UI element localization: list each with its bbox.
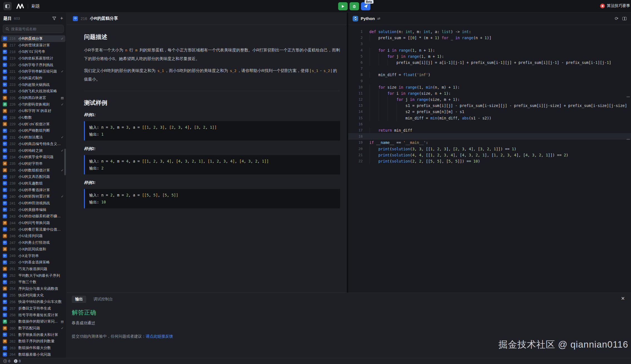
code-line[interactable]: 5 for j in range(1, m + 1):: [348, 53, 631, 59]
code-line[interactable]: 2 prefix_sum = [[0] * (m + 1) for _ in r…: [348, 35, 631, 41]
problem-list-item[interactable]: 中232小U的商品编号特殊含义统...: [0, 141, 66, 147]
problem-list-item[interactable]: 难235小U的好字符串: [0, 160, 66, 167]
problem-list-item[interactable]: 中224小S的飞机大战游戏策略: [0, 88, 66, 95]
line-number[interactable]: 5: [348, 53, 363, 59]
line-number[interactable]: 20: [348, 146, 363, 152]
feedback-link[interactable]: 请点此链接反馈: [146, 334, 173, 338]
code-editor[interactable]: 1def solution(n: int, m: int, a: list) -…: [348, 25, 631, 164]
add-problem-button[interactable]: +: [60, 16, 63, 21]
problem-list-item[interactable]: 中249小X走字符串: [0, 253, 66, 259]
line-number[interactable]: 13: [348, 103, 363, 109]
code-line[interactable]: 17 return min_diff: [348, 127, 631, 133]
line-number[interactable]: 8: [348, 72, 363, 78]
problem-list-item[interactable]: 中234小U的奖学金申请问题: [0, 154, 66, 160]
code-line[interactable]: 1def solution(n: int, m: int, a: list) -…: [348, 29, 631, 35]
problem-list-item[interactable]: 中221小S的字符串解压缩问题✓: [0, 68, 66, 75]
problem-list-item[interactable]: 中252平均数大于k的最长子序列: [0, 272, 66, 279]
line-number[interactable]: 12: [348, 96, 363, 103]
line-number[interactable]: 6: [348, 59, 363, 66]
code-line[interactable]: 18: [348, 133, 631, 139]
problem-list-item[interactable]: 中242小U的美丽串编辑: [0, 206, 66, 213]
problem-list-item[interactable]: 难236小U的数组权值计算✓: [0, 167, 66, 174]
problem-list-item[interactable]: 中264数组极差最小化问题: [0, 351, 66, 358]
problem-list-item[interactable]: 中243小U的自动贩卖机硬币赚取...: [0, 213, 66, 220]
line-number[interactable]: 1: [348, 29, 363, 35]
problem-list-item[interactable]: 难227小U和字符`R`的喜好: [0, 108, 66, 114]
close-icon[interactable]: ✕: [621, 296, 625, 301]
code-line[interactable]: 14 s2 = prefix_sum[n][m] - s1: [348, 109, 631, 115]
problem-list-item[interactable]: 难260数字匹配问题✓: [0, 325, 66, 331]
line-number[interactable]: 2: [348, 35, 363, 41]
problem-list-item[interactable]: 中263数组操作和最大分数: [0, 345, 66, 351]
sidebar-scrollbar-thumb[interactable]: [64, 149, 66, 175]
line-number[interactable]: 21: [348, 152, 363, 158]
code-line[interactable]: 16: [348, 121, 631, 127]
sidebar-toggle-button[interactable]: [3, 2, 12, 10]
problem-list-item[interactable]: 中241小U的种田游戏挑战: [0, 200, 66, 206]
search-input[interactable]: [11, 27, 58, 31]
problem-list-item[interactable]: 中261数字替换后的最大和计算: [0, 331, 66, 338]
code-line[interactable]: 19if __name__ == '__main__':: [348, 139, 631, 146]
tab-output[interactable]: 输出: [72, 296, 86, 303]
problem-list-item[interactable]: 中237小U的文具匹配问题: [0, 173, 66, 180]
problem-list-item[interactable]: 难244小U的问号替换问题: [0, 220, 66, 226]
problem-list-item[interactable]: 难229小U的`chi`权值计算: [0, 121, 66, 128]
contest-banner[interactable]: 算法技巧赛事 vo: [600, 3, 631, 8]
app-logo[interactable]: [16, 3, 24, 9]
code-line[interactable]: 10 for size in range(1, min(n, m) + 1):: [348, 84, 631, 90]
line-number[interactable]: 17: [348, 127, 363, 133]
code-line[interactable]: 4 for i in range(1, n + 1):: [348, 47, 631, 53]
problem-list-item[interactable]: 中239小U的早餐选择计算: [0, 187, 66, 193]
problem-list-item[interactable]: 中231小U的加法魔法✓: [0, 134, 66, 141]
problem-list-item[interactable]: 难251巧克力板选择问题: [0, 266, 66, 272]
problem-list-item[interactable]: 中256快递中转站的最少出车次数: [0, 299, 66, 305]
problem-list-item[interactable]: 中216小R的蛋糕分享✓: [1, 35, 65, 42]
problem-list-item[interactable]: 难254序列划分与最大化函数值: [0, 285, 66, 292]
code-line[interactable]: 11 for i in range(size, n + 1):: [348, 90, 631, 96]
tab-debug-console[interactable]: 调试控制台: [93, 297, 113, 302]
line-number[interactable]: 3: [348, 41, 363, 47]
problem-list-item[interactable]: 中228小U数数: [0, 114, 66, 121]
line-number[interactable]: 22: [348, 158, 363, 164]
problem-list-item[interactable]: 难217小R的雪球滚落计算: [0, 42, 66, 49]
problem-list-item[interactable]: 易226小T的密码变换规则✓: [0, 101, 66, 108]
debug-button[interactable]: [350, 2, 359, 10]
code-line[interactable]: 20 print(solution(3, 3, [[1, 2, 3], [2, …: [348, 146, 631, 152]
line-number[interactable]: 7: [348, 66, 363, 72]
problem-list-item[interactable]: 中250小Y的基金选择策略: [0, 259, 66, 266]
line-number[interactable]: 15: [348, 115, 363, 121]
code-line[interactable]: 8 min_diff = float('inf'): [348, 72, 631, 78]
line-number[interactable]: 11: [348, 90, 363, 96]
code-line[interactable]: 13 s1 = prefix_sum[i][j] - prefix_sum[i-…: [348, 103, 631, 109]
code-line[interactable]: 22 print(solution(2, 2, [[5, 5], [5, 5]]…: [348, 158, 631, 164]
reset-code-icon[interactable]: ⟳: [615, 16, 618, 21]
line-number[interactable]: 10: [348, 84, 363, 90]
problem-list-item[interactable]: 中247小X的勇士打怪游戏: [0, 239, 66, 246]
problem-list-item[interactable]: 中253平衡三个数: [0, 279, 66, 285]
problem-list-item[interactable]: 难248小X的区间或值和: [0, 246, 66, 253]
problem-list-item[interactable]: 中222小S的菜式制作: [0, 75, 66, 81]
code-line[interactable]: 6 prefix_sum[i][j] = a[i-1][j-1] + prefi…: [348, 59, 631, 66]
language-switch-icon[interactable]: ⇄: [377, 16, 380, 21]
code-line[interactable]: 3: [348, 41, 631, 47]
code-line[interactable]: 21 print(solution(4, 4, [[1, 2, 3, 4], […: [348, 152, 631, 158]
problem-list-item[interactable]: 中218小S的`01`问号串: [0, 48, 66, 55]
filter-button[interactable]: [52, 17, 56, 20]
line-number[interactable]: 19: [348, 139, 363, 146]
code-line[interactable]: 12 for j in range(size, m + 1):: [348, 96, 631, 103]
problem-list-item[interactable]: 中258括号字符串最短长度计算: [0, 312, 66, 318]
problem-list-item[interactable]: 中219小S的坐标系菱形统计: [0, 55, 66, 62]
problem-list-item[interactable]: 中240小U的矩阵转置计算✓: [0, 193, 66, 200]
line-number[interactable]: 18: [348, 133, 363, 139]
search-box[interactable]: [3, 25, 64, 33]
code-line[interactable]: 15 min_diff = min(min_diff, abs(s1 - s2)…: [348, 115, 631, 121]
problem-list-item[interactable]: 难225小S的黑白块迷宫▤: [0, 94, 66, 101]
line-number[interactable]: 16: [348, 121, 363, 127]
problem-list-item[interactable]: 中238小U的无趣数组: [0, 180, 66, 187]
line-number[interactable]: 4: [348, 47, 363, 53]
run-button[interactable]: [338, 2, 348, 10]
problem-list-item[interactable]: 中230小U的严格数组判断: [0, 128, 66, 134]
problem-list-item[interactable]: 难246小U走排列问题: [0, 233, 66, 240]
problem-list-item[interactable]: 难262数组子序列的排列数量: [0, 338, 66, 345]
code-line[interactable]: 9: [348, 78, 631, 84]
